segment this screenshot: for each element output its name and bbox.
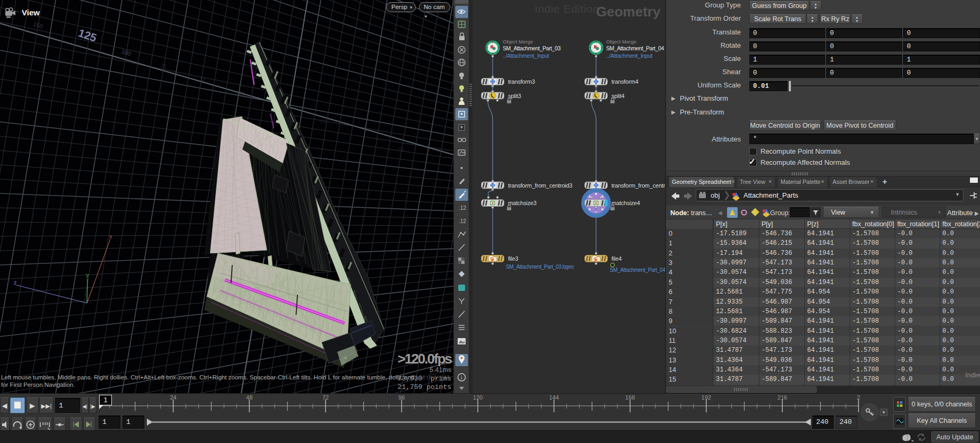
- svg-text:transform3: transform3: [508, 78, 535, 85]
- svg-text:.12: .12: [459, 205, 466, 211]
- svg-text:SM_Attachment_Part_03.bgeo: SM_Attachment_Part_03.bgeo: [506, 264, 574, 270]
- svg-text:48: 48: [246, 394, 252, 401]
- svg-text:transform_from_centro: transform_from_centro: [611, 182, 666, 189]
- svg-text:72: 72: [322, 394, 329, 401]
- svg-text:z: z: [14, 279, 17, 286]
- svg-text:matchsize3: matchsize3: [508, 200, 537, 206]
- svg-text:file4: file4: [611, 255, 622, 262]
- svg-text:Object Merge: Object Merge: [606, 39, 636, 45]
- svg-text:matchsize4: matchsize4: [611, 200, 640, 206]
- svg-text:transform4: transform4: [611, 78, 638, 85]
- svg-text:i: i: [461, 375, 462, 380]
- svg-text:24: 24: [170, 394, 176, 401]
- svg-text:125: 125: [77, 26, 99, 44]
- svg-text:96: 96: [398, 394, 405, 401]
- svg-text:144: 144: [549, 394, 558, 401]
- svg-text:100: 100: [120, 48, 132, 57]
- svg-text:150: 150: [32, 21, 43, 30]
- svg-text:-50: -50: [396, 145, 406, 153]
- svg-text:../Attachment_Input: ../Attachment_Input: [606, 52, 653, 59]
- svg-text:split3: split3: [508, 93, 521, 99]
- svg-text:file3: file3: [508, 255, 518, 262]
- svg-text:SM_Attachment_Part_03: SM_Attachment_Part_03: [503, 45, 561, 51]
- svg-text:split4: split4: [611, 93, 625, 99]
- svg-text:2: 2: [857, 394, 860, 401]
- svg-text:y: y: [86, 272, 89, 278]
- svg-text:-25: -25: [318, 117, 327, 125]
- svg-text:transform_from_centroid3: transform_from_centroid3: [508, 182, 572, 189]
- svg-text:x: x: [109, 233, 112, 240]
- svg-text:SM_Attachment_Part_04: SM_Attachment_Part_04: [606, 45, 664, 51]
- svg-text:216: 216: [777, 394, 787, 401]
- svg-text:168: 168: [625, 394, 635, 401]
- svg-text:.12: .12: [459, 218, 466, 224]
- svg-text:192: 192: [702, 394, 711, 401]
- svg-text:../Attachment_Input: ../Attachment_Input: [503, 52, 549, 59]
- svg-text:Object Merge: Object Merge: [503, 39, 533, 45]
- svg-text:SM_Attachment_Part_04.b: SM_Attachment_Part_04.b: [610, 267, 666, 273]
- svg-text:120: 120: [473, 394, 483, 401]
